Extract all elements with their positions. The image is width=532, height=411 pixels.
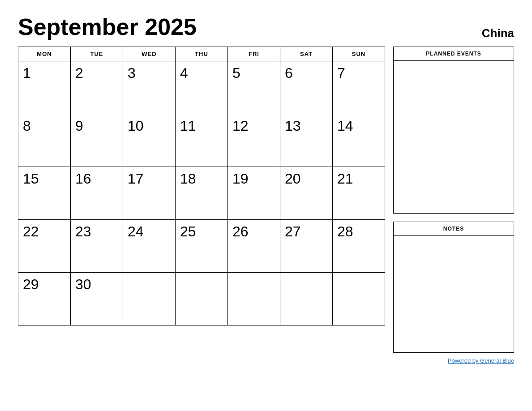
day-header-fri: FRI <box>228 47 280 61</box>
planned-events-body <box>394 61 514 213</box>
calendar-day-26: 26 <box>228 220 280 273</box>
calendar-day-13: 13 <box>280 114 333 167</box>
calendar-day-empty <box>280 273 333 325</box>
calendar-day-30: 30 <box>71 273 123 325</box>
calendar-day-empty <box>123 273 176 325</box>
calendar-day-23: 23 <box>71 220 123 273</box>
calendar-day-14: 14 <box>333 114 385 167</box>
calendar-week-3: 15161718192021 <box>18 167 385 220</box>
calendar-day-empty <box>176 273 228 325</box>
day-header-wed: WED <box>123 47 176 61</box>
calendar-day-empty <box>228 273 280 325</box>
calendar-week-5: 2930 <box>18 273 385 325</box>
calendar-week-1: 1234567 <box>18 61 385 114</box>
planned-events-box: PLANNED EVENTS <box>393 47 514 214</box>
main-content: MONTUEWEDTHUFRISATSUN 123456789101112131… <box>18 47 514 364</box>
calendar-day-29: 29 <box>18 273 71 325</box>
calendar-day-4: 4 <box>176 61 228 114</box>
calendar-day-empty <box>333 273 385 325</box>
notes-header: NOTES <box>394 222 514 236</box>
calendar-section: MONTUEWEDTHUFRISATSUN 123456789101112131… <box>18 47 385 364</box>
day-header-sun: SUN <box>333 47 385 61</box>
notes-box: NOTES <box>393 222 514 353</box>
powered-by: Powered by General Blue <box>393 357 514 364</box>
calendar-day-19: 19 <box>228 167 280 220</box>
calendar-day-15: 15 <box>18 167 71 220</box>
calendar-day-25: 25 <box>176 220 228 273</box>
calendar-day-11: 11 <box>176 114 228 167</box>
day-header-mon: MON <box>18 47 71 61</box>
calendar-day-7: 7 <box>333 61 385 114</box>
calendar-day-17: 17 <box>123 167 176 220</box>
planned-events-header: PLANNED EVENTS <box>394 47 514 61</box>
calendar-day-20: 20 <box>280 167 333 220</box>
calendar-day-2: 2 <box>71 61 123 114</box>
calendar-day-22: 22 <box>18 220 71 273</box>
calendar-day-18: 18 <box>176 167 228 220</box>
calendar-day-8: 8 <box>18 114 71 167</box>
calendar-day-12: 12 <box>228 114 280 167</box>
calendar-day-9: 9 <box>71 114 123 167</box>
calendar-table: MONTUEWEDTHUFRISATSUN 123456789101112131… <box>18 47 385 325</box>
day-header-thu: THU <box>176 47 228 61</box>
calendar-day-1: 1 <box>18 61 71 114</box>
day-header-sat: SAT <box>280 47 333 61</box>
calendar-day-28: 28 <box>333 220 385 273</box>
calendar-day-16: 16 <box>71 167 123 220</box>
calendar-day-10: 10 <box>123 114 176 167</box>
calendar-week-2: 891011121314 <box>18 114 385 167</box>
sidebar: PLANNED EVENTS NOTES Powered by General … <box>393 47 514 364</box>
calendar-day-5: 5 <box>228 61 280 114</box>
calendar-week-4: 22232425262728 <box>18 220 385 273</box>
calendar-day-21: 21 <box>333 167 385 220</box>
day-header-tue: TUE <box>71 47 123 61</box>
notes-body <box>394 236 514 352</box>
calendar-day-6: 6 <box>280 61 333 114</box>
calendar-day-3: 3 <box>123 61 176 114</box>
powered-by-link[interactable]: Powered by General Blue <box>448 357 514 364</box>
calendar-day-24: 24 <box>123 220 176 273</box>
calendar-day-27: 27 <box>280 220 333 273</box>
country-title: China <box>482 26 514 40</box>
month-title: September 2025 <box>18 13 197 40</box>
